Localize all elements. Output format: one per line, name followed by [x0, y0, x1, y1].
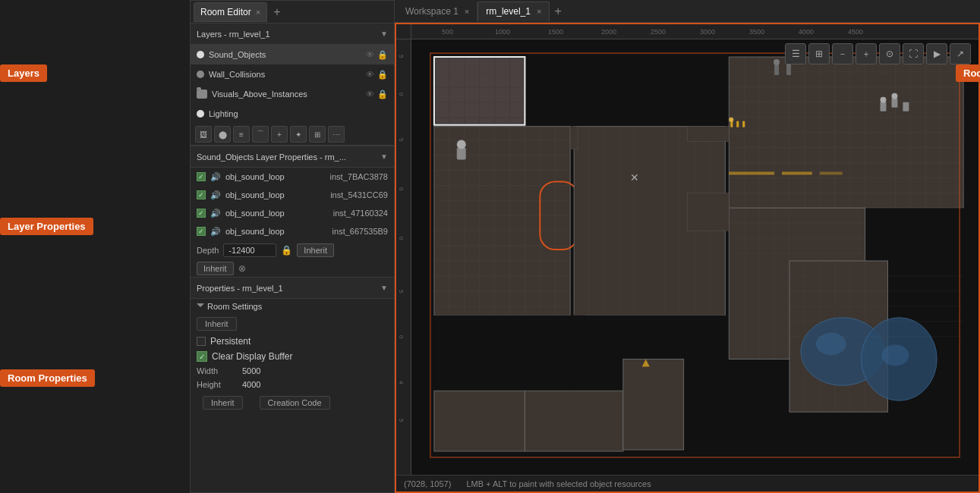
layer-lock-icon-1[interactable]: 🔒 — [377, 70, 388, 80]
layers-dropdown-icon[interactable]: ▼ — [380, 30, 388, 38]
right-panel: Workspace 1 × rm_level_1 × + 500 1000 15… — [395, 0, 980, 493]
svg-rect-84 — [891, 99, 897, 108]
layer-lock-icon-2[interactable]: 🔒 — [377, 89, 388, 99]
prop-item-3[interactable]: 🔊 obj_sound_loop inst_667535B9 — [191, 222, 394, 240]
svg-rect-118 — [570, 127, 578, 149]
workspace-tab-1-close[interactable]: × — [465, 7, 469, 16]
layer-toolbar: 🖼 ⬤ ≡ ⌒ + ✦ ⊞ ⋯ — [191, 124, 394, 146]
layers-section-header: Layers - rm_level_1 ▼ — [191, 24, 394, 45]
canvas-export-btn[interactable]: ↗ — [950, 43, 971, 64]
prop-checkbox-0[interactable] — [197, 172, 206, 181]
canvas-grid-btn[interactable]: ⊞ — [808, 43, 830, 64]
main-container: Layers Layer Properties Room Properties … — [0, 0, 980, 493]
layer-eye-icon-2[interactable]: 👁 — [366, 89, 374, 99]
room-inherit-btn[interactable]: Inherit — [197, 317, 237, 331]
height-value: 4000 — [242, 380, 260, 389]
dungeon-map-svg: ✕ — [411, 39, 978, 475]
ruler-tick-v-5: 5 — [398, 290, 405, 293]
room-bottom-inherit-btn[interactable]: Inherit — [203, 396, 243, 410]
layer-toolbar-wand-btn[interactable]: ✦ — [290, 126, 307, 143]
depth-lock-icon[interactable]: 🔒 — [281, 245, 292, 256]
layer-toolbar-layers-btn[interactable]: ≡ — [233, 126, 250, 143]
svg-rect-115 — [729, 171, 774, 174]
room-props-section-title: Properties - rm_level_1 — [197, 284, 283, 293]
persistent-checkbox[interactable] — [197, 337, 206, 346]
prop-checkbox-3[interactable] — [197, 227, 206, 236]
layer-folder-visuals-above — [197, 89, 207, 99]
creation-code-btn[interactable]: Creation Code — [260, 396, 330, 410]
ruler-tick-v-1: 0 — [398, 93, 405, 96]
prop-checkbox-2[interactable] — [197, 209, 206, 218]
layer-item-sound-objects[interactable]: Sound_Objects 👁 🔒 — [191, 45, 394, 64]
svg-rect-116 — [782, 171, 812, 174]
bottom-btns-row: Inherit Creation Code — [191, 391, 394, 414]
dungeon-canvas[interactable]: ✕ — [411, 39, 978, 475]
room-props-label: Room Properties — [0, 369, 95, 387]
layer-toolbar-image-btn[interactable]: 🖼 — [195, 126, 212, 143]
layer-item-lighting[interactable]: Lighting — [191, 104, 394, 124]
prop-name-0: obj_sound_loop — [225, 172, 285, 181]
room-props-dropdown-icon[interactable]: ▼ — [380, 284, 388, 292]
svg-rect-13 — [434, 127, 570, 316]
layers-section-title: Layers - rm_level_1 — [197, 30, 270, 39]
ruler-corner — [396, 24, 411, 39]
ruler-tick-v-3: 0 — [398, 187, 405, 190]
prop-checkbox-1[interactable] — [197, 190, 206, 199]
layer-toolbar-path-btn[interactable]: ⌒ — [252, 126, 269, 143]
svg-rect-117 — [820, 171, 843, 174]
layer-item-visuals-above[interactable]: Visuals_Above_Instances 👁 🔒 — [191, 84, 394, 104]
svg-rect-34 — [457, 148, 466, 160]
layer-toolbar-circle-btn[interactable]: ⬤ — [214, 126, 231, 143]
workspace-tab-rm-level-close[interactable]: × — [537, 7, 541, 16]
ruler-tick-h-2: 1500 — [548, 28, 563, 36]
svg-point-93 — [882, 345, 909, 366]
svg-rect-120 — [688, 193, 729, 231]
canvas-zoom-in-btn[interactable]: ＋ — [856, 43, 877, 64]
layer-toolbar-more-btn[interactable]: ⋯ — [328, 126, 345, 143]
prop-id-3: inst_667535B9 — [332, 227, 388, 236]
inherit-row: Inherit ⊗ — [191, 260, 394, 277]
svg-rect-48 — [434, 316, 585, 391]
layer-item-wall-collisions[interactable]: Wall_Collisions 👁 🔒 — [191, 64, 394, 84]
prop-item-0[interactable]: 🔊 obj_sound_loop inst_7BAC3878 — [191, 168, 394, 186]
room-settings-label: Room Settings — [207, 302, 262, 311]
prop-name-2: obj_sound_loop — [225, 209, 285, 218]
layer-lock-icon-0[interactable]: 🔒 — [377, 50, 388, 60]
layer-eye-icon-1[interactable]: 👁 — [366, 70, 374, 79]
layer-inherit-btn[interactable]: Inherit — [197, 262, 234, 275]
prop-item-1[interactable]: 🔊 obj_sound_loop inst_5431CC69 — [191, 186, 394, 204]
layer-toolbar-grid-btn[interactable]: ⊞ — [309, 126, 326, 143]
workspace-tab-rm-level[interactable]: rm_level_1 × — [477, 2, 550, 21]
room-editor-tab-add[interactable]: + — [269, 5, 285, 19]
canvas-zoom-fit-btn[interactable]: ⊙ — [879, 43, 900, 64]
canvas-area[interactable]: 500 1000 1500 2000 2500 3000 3500 4000 4… — [395, 23, 980, 493]
depth-inherit-btn[interactable]: Inherit — [297, 243, 334, 257]
layer-props-annotation: Layer Properties — [0, 220, 32, 232]
room-editor-tab-close[interactable]: × — [256, 8, 260, 17]
workspace-tab-1-label: Workspace 1 — [405, 6, 458, 17]
workspace-tab-1[interactable]: Workspace 1 × — [398, 2, 477, 21]
layer-eye-icon-0[interactable]: 👁 — [366, 50, 374, 59]
persistent-row: Persistent — [191, 334, 394, 349]
canvas-menu-btn[interactable]: ☰ — [785, 43, 806, 64]
status-coords: (7028, 1057) — [404, 479, 451, 488]
workspace-tab-add[interactable]: + — [550, 5, 566, 18]
prop-name-3: obj_sound_loop — [225, 227, 285, 236]
layer-toolbar-plus-btn[interactable]: + — [271, 126, 288, 143]
prop-item-2[interactable]: 🔊 obj_sound_loop inst_47160324 — [191, 204, 394, 222]
layer-circle-btn[interactable]: ⊗ — [238, 263, 246, 274]
canvas-fit-btn[interactable]: ⛶ — [903, 43, 924, 64]
ruler-tick-h-8: 4500 — [848, 28, 863, 36]
clear-display-checkbox[interactable]: ✓ — [197, 351, 207, 362]
ruler-tick-v-6: 0 — [398, 335, 405, 338]
width-row: Width 5000 — [191, 364, 394, 378]
layer-props-dropdown-icon[interactable]: ▼ — [380, 152, 388, 161]
canvas-play-btn[interactable]: ▶ — [926, 43, 947, 64]
svg-rect-78 — [730, 121, 733, 127]
canvas-zoom-out-btn[interactable]: － — [832, 43, 853, 64]
depth-input[interactable]: -12400 — [223, 243, 276, 257]
svg-rect-113 — [786, 64, 791, 75]
svg-point-79 — [729, 118, 733, 122]
room-editor-tab[interactable]: Room Editor × — [194, 2, 267, 22]
width-value: 5000 — [242, 366, 260, 375]
